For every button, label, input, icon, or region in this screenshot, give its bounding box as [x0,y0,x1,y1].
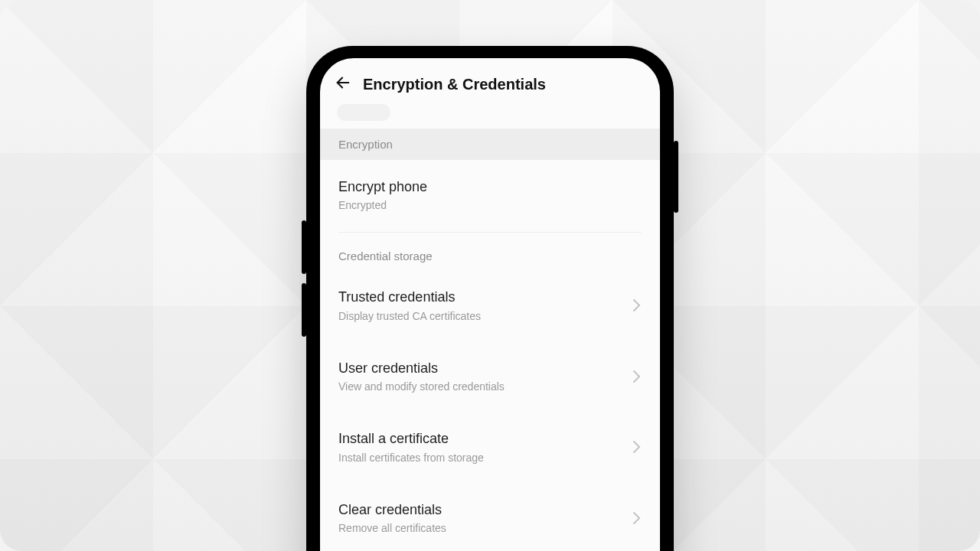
phone-volume-up-button [302,220,306,274]
row-install-certificate[interactable]: Install a certificate Install certificat… [320,418,660,476]
section-header-encryption: Encryption [320,129,660,160]
chevron-right-icon [632,298,642,313]
chevron-right-icon [632,510,642,526]
row-trusted-credentials[interactable]: Trusted credentials Display trusted CA c… [320,276,660,334]
title-bar: Encryption & Credentials [320,58,660,104]
row-sub-install-certificate: Install certificates from storage [338,451,623,465]
row-sub-user-credentials: View and modify stored credentials [338,380,623,393]
phone-volume-down-button [302,283,306,337]
row-title-user-credentials: User credentials [338,359,623,377]
row-title-install-certificate: Install a certificate [338,429,623,448]
row-sub-encrypt-phone: Encrypted [338,198,642,212]
section-header-credential-storage: Credential storage [320,233,660,267]
phone-screen: Encryption & Credentials Encryption Encr… [320,58,660,551]
row-title-encrypt-phone: Encrypt phone [338,178,642,196]
row-sub-clear-credentials: Remove all certificates [338,521,623,535]
page-title: Encryption & Credentials [363,76,546,93]
arrow-left-icon [335,74,351,94]
back-button[interactable] [331,72,355,96]
canvas: Encryption & Credentials Encryption Encr… [0,0,980,551]
phone-frame: Encryption & Credentials Encryption Encr… [306,46,674,551]
phone-power-button [674,141,678,213]
row-encrypt-phone[interactable]: Encrypt phone Encrypted [320,166,660,224]
row-sub-trusted-credentials: Display trusted CA certificates [338,309,623,323]
row-title-clear-credentials: Clear credentials [338,500,623,519]
chevron-right-icon [632,439,642,455]
redacted-pill [337,104,390,121]
chevron-right-icon [632,369,642,384]
row-user-credentials[interactable]: User credentials View and modify stored … [320,347,660,406]
row-clear-credentials[interactable]: Clear credentials Remove all certificate… [320,489,660,547]
row-title-trusted-credentials: Trusted credentials [338,288,623,306]
